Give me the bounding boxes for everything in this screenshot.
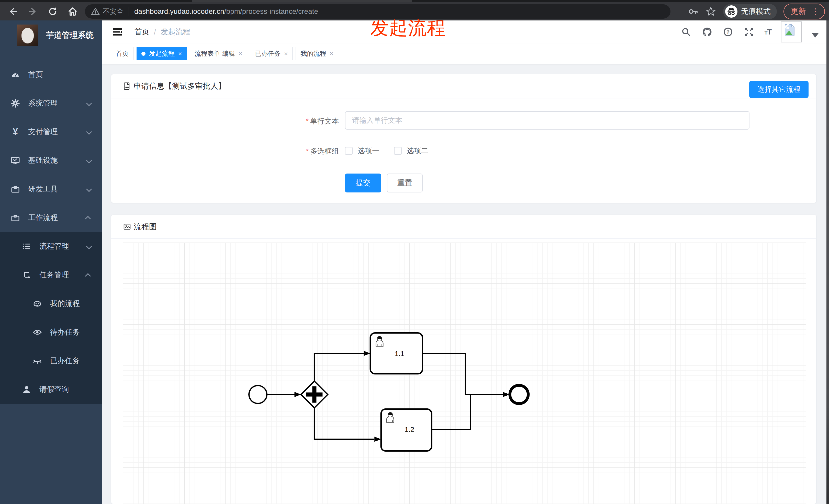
breadcrumb-current: 发起流程: [160, 27, 190, 37]
browser-tabstrip: [0, 0, 829, 2]
avatar-caret-icon[interactable]: [812, 33, 819, 38]
workflow-submenu: 流程管理 任务管理 我的流程: [0, 232, 102, 404]
fullscreen-icon[interactable]: [743, 26, 755, 38]
window-edge: [826, 21, 829, 504]
checkbox-icon[interactable]: [345, 147, 353, 155]
task-label: 1.1: [395, 350, 404, 357]
browser-back-button[interactable]: [7, 6, 19, 17]
tab-done-tasks[interactable]: 已办任务 ×: [250, 47, 292, 60]
chevron-down-icon: [86, 99, 91, 108]
chevron-up-icon: [86, 214, 91, 222]
bpmn-user-task-2[interactable]: 1.2: [381, 409, 432, 451]
sidebar-item-label: 工作流程: [28, 212, 58, 223]
breadcrumb-separator: /: [154, 28, 156, 36]
browser-update-button[interactable]: 更新 ⋮: [784, 4, 825, 20]
tags-view-bar: 首页 发起流程 × 流程表单-编辑 × 已办任务 × 我的流程 ×: [102, 43, 829, 64]
screen: 不安全 dashboard.yudao.iocoder.cn/bpm/proce…: [0, 0, 829, 504]
close-icon[interactable]: ×: [178, 50, 182, 57]
picture-icon: [123, 223, 131, 231]
close-icon[interactable]: ×: [239, 50, 242, 57]
help-icon[interactable]: ?: [722, 26, 734, 38]
sidebar-collapse-icon[interactable]: [111, 26, 124, 38]
text-field-label: *单行文本: [195, 116, 339, 126]
browser-menu-icon[interactable]: ⋮: [812, 7, 820, 15]
document-icon: [123, 82, 131, 90]
close-icon[interactable]: ×: [330, 50, 333, 57]
avatar[interactable]: [781, 22, 802, 42]
bookmark-star-icon[interactable]: [705, 6, 717, 17]
bpmn-end-event[interactable]: [510, 385, 528, 404]
checkbox-option-1[interactable]: 选项一: [345, 146, 379, 156]
url-divider: [129, 7, 129, 15]
monitor-icon: [11, 156, 20, 165]
yen-icon: ¥: [11, 127, 20, 137]
eye-icon: [33, 328, 42, 337]
user-icon: [22, 385, 31, 394]
browser-active-tab-edge: [192, 0, 412, 2]
submit-button[interactable]: 提交: [345, 173, 381, 192]
sidebar-item-task-mgmt[interactable]: 任务管理: [0, 261, 102, 289]
tab-label: 发起流程: [149, 49, 175, 58]
sidebar-item-todo-tasks[interactable]: 待办任务: [0, 318, 102, 347]
checkbox-group: 选项一 选项二: [345, 146, 428, 156]
checkbox-label: 选项二: [407, 146, 428, 156]
font-size-icon[interactable]: TT: [764, 28, 771, 36]
sidebar-item-leave-query[interactable]: 请假查询: [0, 375, 102, 404]
sidebar-item-label: 基础设施: [28, 155, 58, 166]
sidebar-item-workflow[interactable]: 工作流程: [0, 203, 102, 232]
apply-info-card: 申请信息【测试多审批人】 选择其它流程 *单行文本 *多选框组 选项一: [111, 74, 817, 203]
browser-forward-button[interactable]: [27, 6, 38, 17]
broken-image-icon: [784, 24, 795, 36]
sidebar-item-process-mgmt[interactable]: 流程管理: [0, 232, 102, 261]
app-title: 芋道管理系统: [46, 30, 94, 41]
sidebar-item-label: 待办任务: [50, 327, 80, 337]
close-icon[interactable]: ×: [284, 50, 288, 57]
toolbox-icon: [11, 185, 20, 194]
tab-label: 我的流程: [300, 49, 326, 58]
branch-icon: [22, 270, 31, 280]
sidebar-item-my-process[interactable]: 我的流程: [0, 289, 102, 318]
bpmn-parallel-gateway[interactable]: [301, 381, 328, 408]
bpmn-user-task-1[interactable]: 1.1: [370, 333, 423, 374]
main-area: 首页 / 发起流程 ? TT: [102, 21, 829, 504]
single-line-text-input[interactable]: [345, 111, 750, 129]
browser-home-button[interactable]: [67, 6, 78, 17]
svg-text:?: ?: [727, 29, 730, 35]
bpmn-canvas[interactable]: 1.1 1.2: [123, 242, 806, 504]
chevron-down-icon: [86, 128, 91, 136]
search-icon[interactable]: [680, 26, 692, 38]
sidebar-item-done-tasks[interactable]: 已办任务: [0, 347, 102, 375]
sidebar-item-payment[interactable]: ¥ 支付管理: [0, 118, 102, 146]
checkbox-icon[interactable]: [394, 147, 402, 155]
annotation-text: 发起流程: [370, 16, 446, 40]
app-logo: [17, 25, 38, 46]
sidebar-item-system[interactable]: 系统管理: [0, 89, 102, 118]
app-logo-row[interactable]: 芋道管理系统: [0, 21, 102, 50]
sidebar-item-label: 已办任务: [50, 356, 80, 366]
github-icon[interactable]: [701, 26, 713, 38]
sidebar-item-devtools[interactable]: 研发工具: [0, 175, 102, 203]
reset-button[interactable]: 重置: [387, 173, 423, 192]
tab-home[interactable]: 首页: [111, 47, 134, 60]
sidebar-item-home[interactable]: 首页: [0, 60, 102, 89]
sidebar-item-label: 任务管理: [39, 270, 69, 280]
checkbox-option-2[interactable]: 选项二: [394, 146, 428, 156]
password-key-icon[interactable]: [687, 6, 698, 17]
apply-card-header: 申请信息【测试多审批人】: [111, 74, 816, 99]
browser-reload-button[interactable]: [47, 6, 58, 17]
incognito-icon: [725, 5, 737, 17]
sidebar-item-label: 请假查询: [39, 384, 69, 395]
select-other-process-button[interactable]: 选择其它流程: [749, 81, 808, 98]
sidebar-item-infra[interactable]: 基础设施: [0, 146, 102, 175]
bpmn-start-event[interactable]: [249, 386, 267, 403]
tab-my-process[interactable]: 我的流程 ×: [296, 47, 338, 60]
breadcrumb-home[interactable]: 首页: [135, 27, 149, 37]
breadcrumb: 首页 / 发起流程: [135, 27, 190, 37]
security-label[interactable]: 不安全: [103, 7, 123, 16]
chevron-down-icon: [86, 242, 91, 251]
update-label[interactable]: 更新: [791, 6, 806, 16]
tab-start-process[interactable]: 发起流程 ×: [137, 47, 187, 60]
checkbox-group-label: *多选框组: [195, 147, 339, 156]
flow-card-title: 流程图: [134, 222, 157, 232]
tab-form-edit[interactable]: 流程表单-编辑 ×: [190, 47, 247, 60]
